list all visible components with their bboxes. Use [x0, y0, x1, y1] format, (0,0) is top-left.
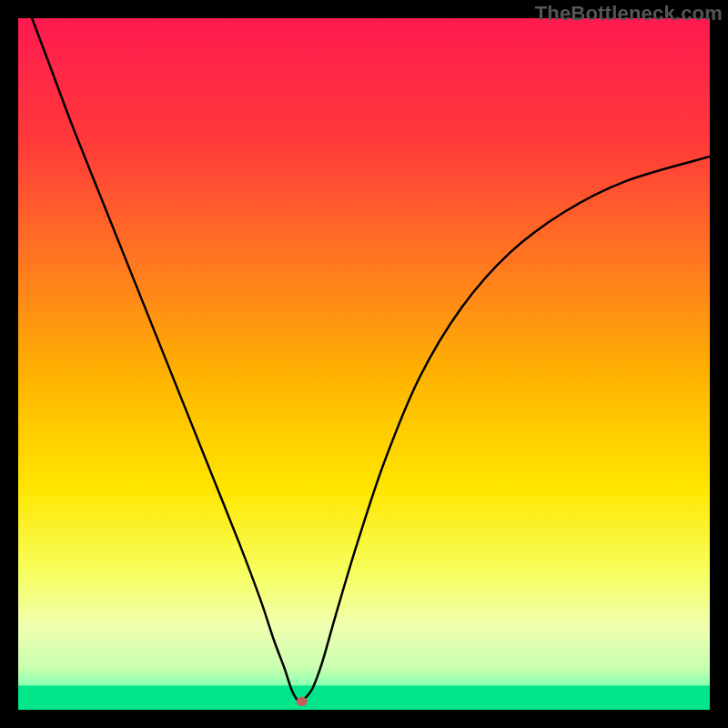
chart-frame: TheBottleneck.com	[0, 0, 728, 728]
green-band	[18, 685, 710, 710]
watermark-label: TheBottleneck.com	[535, 2, 723, 25]
optimum-marker	[297, 697, 308, 706]
chart-background	[18, 18, 710, 710]
bottleneck-chart	[18, 18, 710, 710]
